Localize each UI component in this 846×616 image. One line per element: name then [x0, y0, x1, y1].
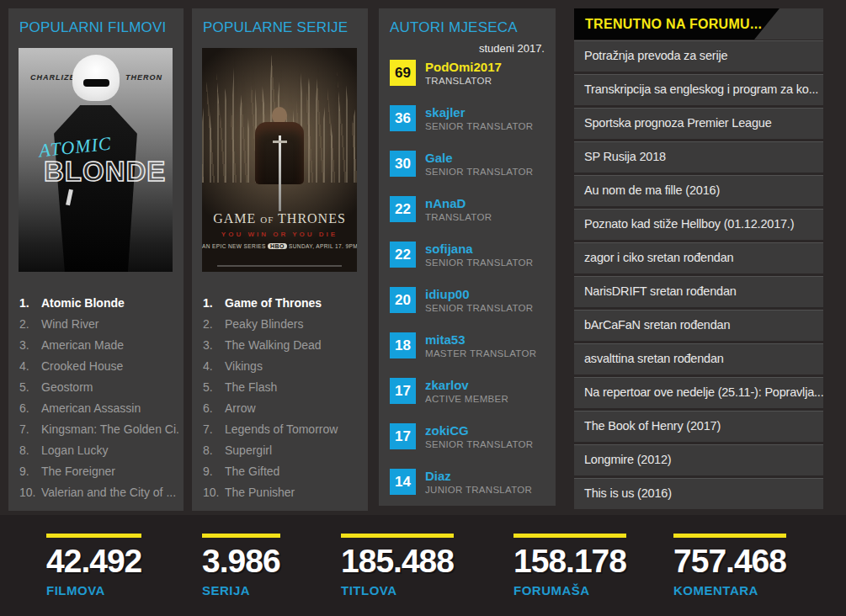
series-list-item[interactable]: 1.Game of Thrones — [203, 293, 363, 314]
stat-value: 158.178 — [513, 544, 626, 577]
got-word-of: OF — [260, 215, 274, 225]
movie-list-item[interactable]: 1.Atomic Blonde — [19, 293, 178, 314]
authors-list: 69 PodOmi2017 TRANSLATOR 36 skajler SENI… — [390, 60, 549, 514]
forum-topic[interactable]: NarisDRIFT sretan rođendan — [574, 276, 823, 307]
movie-title: The Foreigner — [41, 465, 115, 478]
series-list-item[interactable]: 6.Arrow — [203, 398, 363, 419]
series-rank: 10. — [203, 482, 225, 503]
author-info: PodOmi2017 TRANSLATOR — [425, 60, 502, 86]
forum-topic[interactable]: SP Rusija 2018 — [574, 141, 823, 173]
movie-list-item[interactable]: 4.Crooked House — [19, 356, 178, 377]
series-list-item[interactable]: 2.Peaky Blinders — [203, 314, 363, 335]
movie-list-item[interactable]: 8.Logan Lucky — [19, 440, 178, 461]
forum-topic[interactable]: Poznato kad stiže Hellboy (01.12.2017.) — [574, 209, 823, 240]
movie-list-item[interactable]: 7.Kingsman: The Golden Ci... — [19, 419, 178, 440]
popular-series-title: POPULARNE SERIJE — [203, 19, 348, 36]
atomic-blonde-poster[interactable]: CHARLIZE THERON ATOMIC BLONDE — [19, 48, 173, 272]
author-entry[interactable]: 22 sofijana SENIOR TRANSLATOR — [390, 242, 549, 268]
series-list-item[interactable]: 8.Supergirl — [203, 440, 363, 461]
author-info: sofijana SENIOR TRANSLATOR — [425, 242, 533, 268]
author-entry[interactable]: 30 Gale SENIOR TRANSLATOR — [390, 151, 549, 177]
series-rank: 9. — [203, 461, 225, 482]
poster-tagline: YOU WIN OR YOU DIE — [202, 231, 357, 238]
movie-list-item[interactable]: 9.The Foreigner — [19, 461, 178, 482]
forum-topic[interactable]: This is us (2016) — [574, 478, 823, 509]
forum-topic[interactable]: bArCaFaN sretan rođendan — [574, 310, 823, 341]
author-name[interactable]: zkarlov — [425, 378, 508, 392]
forum-topic[interactable]: Potražnja prevoda za serije — [574, 40, 823, 72]
poster-footer-left: AN EPIC NEW SERIES — [202, 243, 266, 249]
movie-list-item[interactable]: 6.American Assassin — [19, 398, 178, 419]
top-section: POPULARNI FILMOVI CHARLIZE THERON ATOMIC… — [0, 0, 846, 515]
subtitle-count-badge: 17 — [390, 423, 416, 449]
forum-topic[interactable]: Sportska prognoza Premier League — [574, 108, 823, 139]
author-entry[interactable]: 20 idiup00 SENIOR TRANSLATOR — [390, 287, 549, 313]
site-stats-strip: 42.492 FILMOVA 3.986 SERIJA 185.488 TITL… — [0, 515, 846, 616]
author-name[interactable]: zokiCG — [425, 423, 533, 438]
series-title: The Flash — [225, 380, 277, 394]
author-name[interactable]: mita53 — [425, 332, 536, 347]
sword-figure — [279, 135, 281, 211]
movie-title: Logan Lucky — [41, 443, 108, 457]
author-entry[interactable]: 17 zkarlov ACTIVE MEMBER — [390, 378, 549, 404]
author-entry[interactable]: 22 nAnaD TRANSLATOR — [390, 196, 549, 222]
movie-list-item[interactable]: 5.Geostorm — [19, 377, 178, 398]
movie-rank: 1. — [19, 293, 41, 314]
stat-label: FILMOVA — [46, 583, 141, 597]
author-entry[interactable]: 17 zokiCG SENIOR TRANSLATOR — [390, 423, 549, 449]
forum-topic[interactable]: asvalttina sretan rođendan — [574, 343, 823, 374]
movie-title: American Assassin — [41, 401, 141, 415]
author-name[interactable]: nAnaD — [425, 196, 492, 210]
poster-title-blonde: BLONDE — [44, 156, 166, 188]
author-info: mita53 MASTER TRANSLATOR — [425, 332, 536, 358]
series-list-item[interactable]: 7.Legends of Tomorrow — [203, 419, 363, 440]
author-role: MASTER TRANSLATOR — [425, 348, 536, 358]
poster-actor-first-name: CHARLIZE — [30, 73, 76, 82]
series-list-item[interactable]: 10.The Punisher — [203, 482, 363, 503]
movie-list-item[interactable]: 3.American Made — [19, 335, 178, 356]
forum-topic[interactable]: Na repertoar ove nedelje (25.11-): Popra… — [574, 377, 823, 408]
author-entry[interactable]: 36 skajler SENIOR TRANSLATOR — [390, 105, 549, 131]
hbo-logo: HBO — [268, 243, 287, 249]
popular-movies-list: 1.Atomic Blonde 2.Wind River 3.American … — [19, 293, 178, 503]
author-name[interactable]: Gale — [425, 151, 533, 165]
popular-movies-panel: POPULARNI FILMOVI CHARLIZE THERON ATOMIC… — [8, 8, 184, 511]
forum-topic[interactable]: Longmire (2012) — [574, 444, 823, 475]
author-name[interactable]: sofijana — [425, 242, 533, 256]
stat-yellow-underline — [202, 534, 280, 538]
stat-block: 757.468 KOMENTARA — [673, 534, 786, 597]
subtitle-count-badge: 30 — [390, 151, 416, 177]
series-title: The Gifted — [225, 465, 279, 478]
author-name[interactable]: idiup00 — [425, 287, 533, 301]
author-name[interactable]: PodOmi2017 — [425, 60, 502, 74]
blonde-hair-figure — [72, 55, 120, 101]
series-list-item[interactable]: 9.The Gifted — [203, 461, 363, 482]
stat-value: 42.492 — [46, 544, 141, 577]
subtitle-count-badge: 17 — [390, 378, 416, 404]
author-entry[interactable]: 18 mita53 MASTER TRANSLATOR — [390, 332, 549, 358]
poster-footer: AN EPIC NEW SERIES HBO SUNDAY, APRIL 17.… — [202, 243, 357, 249]
series-list-item[interactable]: 5.The Flash — [203, 377, 363, 398]
black-coat-figure — [19, 105, 173, 272]
author-name[interactable]: skajler — [425, 105, 533, 119]
popular-movies-title: POPULARNI FILMOVI — [19, 19, 166, 36]
forum-topic[interactable]: zagor i ciko sretan rođendan — [574, 242, 823, 273]
series-title: Supergirl — [225, 443, 272, 457]
movie-list-item[interactable]: 2.Wind River — [19, 314, 178, 335]
forum-topic[interactable]: Au nom de ma fille (2016) — [574, 175, 823, 206]
author-entry[interactable]: 69 PodOmi2017 TRANSLATOR — [390, 60, 549, 86]
forum-topic[interactable]: The Book of Henry (2017) — [574, 411, 823, 442]
author-name[interactable]: Diaz — [425, 469, 532, 483]
series-list-item[interactable]: 3.The Walking Dead — [203, 335, 363, 356]
forum-topic[interactable]: Transkripcija sa engleskog i program za … — [574, 74, 823, 105]
series-list-item[interactable]: 4.Vikings — [203, 356, 363, 377]
author-info: skajler SENIOR TRANSLATOR — [425, 105, 533, 131]
author-entry[interactable]: 14 Diaz JUNIOR TRANSLATOR — [390, 469, 549, 495]
authors-month-label: studeni 2017. — [479, 42, 545, 55]
author-info: zokiCG SENIOR TRANSLATOR — [425, 423, 533, 449]
movie-rank: 3. — [19, 335, 41, 356]
sunglasses-figure — [83, 79, 109, 87]
movie-list-item[interactable]: 10.Valerian and the City of ... — [19, 482, 178, 503]
forum-topics-list: Potražnja prevoda za serije Transkripcij… — [574, 40, 823, 512]
game-of-thrones-poster[interactable]: GAME OF THRONES YOU WIN OR YOU DIE AN EP… — [202, 48, 357, 272]
